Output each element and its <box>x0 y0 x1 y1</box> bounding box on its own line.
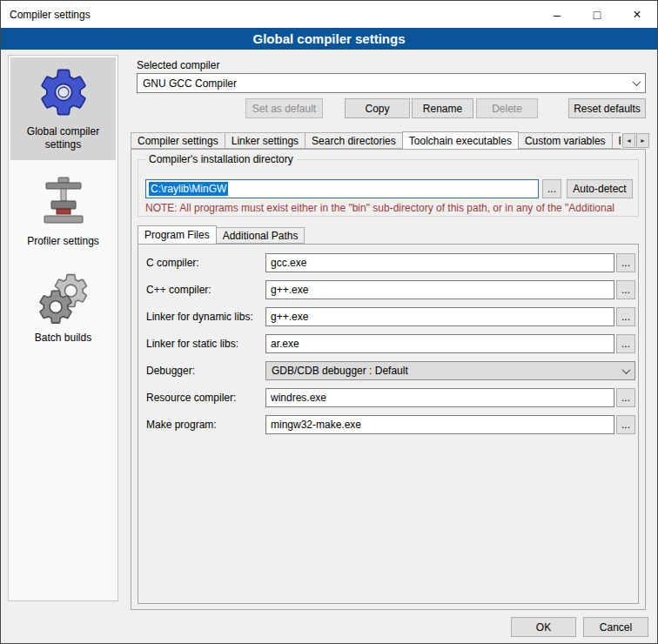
note-text: NOTE: All programs must exist either in … <box>145 202 638 214</box>
static-linker-input[interactable] <box>265 334 614 353</box>
sidebar-item-label: Profiler settings <box>27 235 99 248</box>
tab-linker-settings[interactable]: Linker settings <box>225 132 306 149</box>
tab-toolchain-executables[interactable]: Toolchain executables <box>402 131 519 150</box>
settings-category-sidebar: Global compiler settings Profiler settin… <box>8 55 118 601</box>
ok-button[interactable]: OK <box>511 617 576 637</box>
tab-scroll-left-button[interactable]: ◄ <box>622 133 635 148</box>
static-linker-label: Linker for static libs: <box>146 337 238 351</box>
resource-compiler-input[interactable] <box>265 388 614 407</box>
dynamic-linker-input[interactable] <box>265 307 614 326</box>
chevron-down-icon <box>628 74 645 92</box>
auto-detect-button[interactable]: Auto-detect <box>567 179 633 198</box>
clamp-tool-icon <box>36 174 91 230</box>
close-icon: × <box>633 7 641 23</box>
sidebar-item-label: Global compiler settings <box>15 125 112 151</box>
installation-directory-group-title: Compiler's installation directory <box>145 153 297 165</box>
make-program-browse-button[interactable]: ... <box>616 415 635 434</box>
make-program-input[interactable] <box>265 415 614 434</box>
tab-build-options[interactable]: Buil <box>612 132 621 149</box>
c-compiler-browse-button[interactable]: ... <box>616 253 635 272</box>
chevron-down-icon <box>617 362 634 379</box>
debugger-value: GDB/CDB debugger : Default <box>272 365 408 377</box>
minimize-button[interactable]: – <box>537 1 577 28</box>
left-arrow-icon: ◄ <box>626 138 632 144</box>
debugger-label: Debugger: <box>146 364 195 378</box>
tab-custom-variables[interactable]: Custom variables <box>518 132 613 149</box>
cpp-compiler-input[interactable] <box>265 280 614 299</box>
resource-compiler-browse-button[interactable]: ... <box>616 388 635 407</box>
sidebar-item-profiler-settings[interactable]: Profiler settings <box>10 167 116 257</box>
rename-button[interactable]: Rename <box>412 98 473 118</box>
sidebar-item-batch-builds[interactable]: Batch builds <box>10 264 116 353</box>
tab-scroll-buttons: ◄ ► <box>621 133 649 148</box>
installation-directory-value: C:\raylib\MinGW <box>149 182 228 196</box>
tab-scroll-right-button[interactable]: ► <box>636 133 649 148</box>
installation-directory-input[interactable]: C:\raylib\MinGW <box>145 179 539 198</box>
settings-tabs: Compiler settings Linker settings Search… <box>131 131 621 150</box>
right-arrow-icon: ► <box>640 138 646 144</box>
set-as-default-button: Set as default <box>245 98 323 118</box>
selected-compiler-label: Selected compiler <box>137 58 219 72</box>
stacked-gears-icon <box>36 271 91 326</box>
tab-program-files[interactable]: Program Files <box>138 225 217 245</box>
maximize-button[interactable]: □ <box>577 1 617 28</box>
cpp-compiler-browse-button[interactable]: ... <box>616 280 635 299</box>
close-button[interactable]: × <box>617 1 657 28</box>
window-title: Compiler settings <box>1 9 91 21</box>
sidebar-item-global-compiler-settings[interactable]: Global compiler settings <box>10 57 116 160</box>
compiler-settings-window: Compiler settings – □ × Global compiler … <box>0 0 658 644</box>
tab-compiler-settings[interactable]: Compiler settings <box>131 132 225 149</box>
browse-directory-button[interactable]: ... <box>542 179 561 198</box>
sidebar-item-label: Batch builds <box>35 332 91 345</box>
copy-button[interactable]: Copy <box>345 98 410 118</box>
minimize-icon: – <box>554 8 561 22</box>
caption-buttons: – □ × <box>537 1 657 28</box>
static-linker-browse-button[interactable]: ... <box>616 334 635 353</box>
titlebar: Compiler settings – □ × <box>1 1 657 28</box>
c-compiler-input[interactable] <box>265 253 614 272</box>
resource-compiler-label: Resource compiler: <box>146 391 236 405</box>
dialog-header: Global compiler settings <box>1 28 657 50</box>
cpp-compiler-label: C++ compiler: <box>146 283 212 297</box>
c-compiler-label: C compiler: <box>146 256 199 270</box>
program-files-tabs: Program Files Additional Paths <box>138 225 486 245</box>
cancel-button[interactable]: Cancel <box>583 617 648 637</box>
debugger-dropdown[interactable]: GDB/CDB debugger : Default <box>265 361 635 380</box>
delete-button: Delete <box>476 98 538 118</box>
make-program-label: Make program: <box>146 418 217 432</box>
tab-additional-paths[interactable]: Additional Paths <box>216 227 306 244</box>
dynamic-linker-browse-button[interactable]: ... <box>616 307 635 326</box>
dynamic-linker-label: Linker for dynamic libs: <box>146 310 253 324</box>
maximize-icon: □ <box>594 8 601 22</box>
gear-icon <box>36 64 91 120</box>
selected-compiler-dropdown[interactable]: GNU GCC Compiler <box>137 73 646 93</box>
reset-defaults-button[interactable]: Reset defaults <box>568 98 646 118</box>
tab-search-directories[interactable]: Search directories <box>305 132 403 149</box>
selected-compiler-value: GNU GCC Compiler <box>143 77 237 90</box>
